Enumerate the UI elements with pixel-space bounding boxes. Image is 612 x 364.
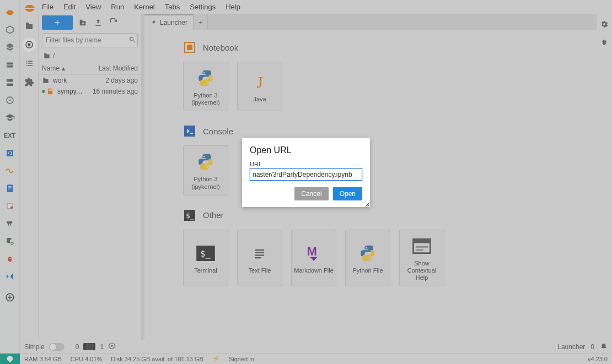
col-name[interactable]: Name▴ bbox=[39, 62, 86, 74]
activity-vscode-icon[interactable] bbox=[2, 269, 18, 284]
launcher-card-terminal[interactable]: $_ Terminal bbox=[183, 230, 228, 287]
svg-rect-20 bbox=[187, 45, 192, 50]
menu-tabs[interactable]: Tabs bbox=[160, 2, 184, 12]
panel-tab-extension-icon[interactable] bbox=[22, 75, 36, 89]
svg-rect-27 bbox=[255, 252, 264, 253]
svg-point-1 bbox=[9, 100, 10, 101]
menu-edit[interactable]: Edit bbox=[59, 2, 80, 12]
main-area: Launcher + Notebook bbox=[144, 14, 597, 340]
filter-files-input[interactable] bbox=[46, 36, 128, 44]
dialog-resize-handle[interactable] bbox=[364, 201, 369, 207]
panel-tab-running-icon[interactable] bbox=[22, 37, 36, 52]
cancel-button[interactable]: Cancel bbox=[294, 187, 328, 200]
activity-elephant-icon[interactable] bbox=[2, 216, 18, 231]
new-launcher-button[interactable]: + bbox=[42, 15, 73, 30]
java-icon: J bbox=[256, 72, 263, 93]
launcher-card-textfile[interactable]: Text File bbox=[237, 230, 282, 287]
upload-icon[interactable] bbox=[93, 17, 104, 28]
launcher-card-python-console[interactable]: Python 3 (ipykernel) bbox=[183, 145, 228, 195]
svg-rect-29 bbox=[255, 257, 261, 258]
svg-rect-16 bbox=[48, 89, 52, 95]
svg-rect-10 bbox=[8, 257, 12, 262]
bell-icon[interactable] bbox=[600, 342, 608, 351]
launch-icon bbox=[150, 19, 157, 26]
menu-kernel[interactable]: Kernel bbox=[130, 2, 159, 12]
refresh-icon[interactable] bbox=[108, 17, 119, 28]
status-disk: Disk 34.25 GB avail. of 101.13 GB bbox=[106, 356, 208, 362]
launcher-card-contexthelp[interactable]: Show Contextual Help bbox=[399, 230, 444, 287]
panel-tab-folder-icon[interactable] bbox=[22, 19, 36, 33]
svg-rect-4 bbox=[8, 188, 12, 188]
add-tab-button[interactable]: + bbox=[194, 14, 208, 30]
activity-logo[interactable] bbox=[2, 4, 18, 20]
activity-db-plus-icon[interactable] bbox=[2, 233, 18, 249]
menu-file[interactable]: File bbox=[37, 2, 58, 12]
activity-target-icon[interactable] bbox=[2, 93, 18, 108]
activity-box-icon[interactable] bbox=[2, 40, 18, 55]
activity-add-icon[interactable] bbox=[2, 290, 18, 305]
svg-rect-17 bbox=[49, 90, 52, 90]
svg-rect-34 bbox=[416, 249, 423, 251]
activity-bug-icon[interactable] bbox=[2, 251, 18, 267]
breadcrumb[interactable]: / bbox=[39, 50, 141, 62]
other-section-icon: $_ bbox=[183, 209, 196, 222]
svg-rect-15 bbox=[28, 44, 30, 46]
svg-rect-32 bbox=[414, 239, 431, 243]
property-gear-icon[interactable] bbox=[600, 20, 609, 30]
menu-view[interactable]: View bbox=[81, 2, 105, 12]
menu-help[interactable]: Help bbox=[221, 2, 245, 12]
launcher-card-python-notebook[interactable]: Python 3 (ipykernel) bbox=[183, 62, 228, 111]
textfile-icon bbox=[252, 243, 267, 264]
list-item[interactable]: work 2 days ago bbox=[39, 75, 141, 86]
status-ram: RAM 3.54 GB bbox=[20, 356, 66, 362]
new-folder-icon[interactable] bbox=[77, 17, 88, 28]
section-title: Notebook bbox=[203, 43, 238, 52]
activity-hat-icon[interactable] bbox=[2, 110, 18, 126]
url-input[interactable] bbox=[250, 169, 362, 181]
activity-wave-icon[interactable] bbox=[2, 163, 18, 178]
svg-point-36 bbox=[111, 345, 113, 347]
activity-server-icon[interactable] bbox=[2, 75, 18, 90]
status-signed-in: Signed in bbox=[224, 356, 259, 362]
col-modified[interactable]: Last Modified bbox=[86, 62, 141, 74]
status-brand-icon[interactable] bbox=[0, 354, 20, 364]
breadcrumb-root: / bbox=[53, 52, 55, 59]
svg-rect-5 bbox=[8, 189, 10, 189]
left-panel-tabs bbox=[20, 14, 39, 340]
activity-doc-icon[interactable] bbox=[2, 181, 18, 196]
search-icon bbox=[128, 36, 136, 45]
dialog-title: Open URL bbox=[250, 145, 362, 155]
simple-toggle[interactable] bbox=[49, 343, 65, 351]
menu-run[interactable]: Run bbox=[106, 2, 128, 12]
debug-icon[interactable] bbox=[600, 38, 609, 48]
python-icon bbox=[358, 243, 377, 264]
jupyter-logo[interactable] bbox=[23, 2, 36, 12]
kernel-count-icon[interactable]: ⬛ bbox=[83, 343, 95, 350]
list-item[interactable]: sympy.ipynb 16 minutes ago bbox=[39, 86, 141, 97]
open-button[interactable]: Open bbox=[333, 187, 362, 200]
launcher-card-pythonfile[interactable]: Python File bbox=[345, 230, 390, 287]
activity-refresh-icon[interactable] bbox=[2, 145, 18, 161]
right-sidebar bbox=[597, 14, 612, 340]
activity-reddot-icon[interactable] bbox=[2, 198, 18, 214]
tab-launcher[interactable]: Launcher bbox=[144, 14, 194, 30]
panel-tab-list-icon[interactable] bbox=[22, 56, 36, 70]
status-launcher-label: Launcher bbox=[557, 343, 585, 351]
svg-text:M: M bbox=[307, 245, 317, 258]
activity-bar: EXT bbox=[0, 0, 20, 353]
activity-cube-icon[interactable] bbox=[2, 22, 18, 37]
console-section-icon bbox=[183, 124, 196, 138]
kernels-status-icon[interactable] bbox=[108, 342, 116, 351]
contexthelp-icon bbox=[412, 236, 431, 257]
launcher-card-java-notebook[interactable]: J Java bbox=[237, 62, 282, 111]
launcher-card-markdown[interactable]: M Markdown File bbox=[291, 230, 336, 287]
file-browser-panel: + / bbox=[39, 14, 141, 340]
svg-rect-2 bbox=[7, 184, 13, 192]
tabcount: 1 bbox=[100, 343, 104, 351]
activity-ext-label[interactable]: EXT bbox=[2, 128, 18, 143]
activity-drive-icon[interactable] bbox=[2, 57, 18, 73]
menu-settings[interactable]: Settings bbox=[185, 2, 220, 12]
svg-rect-33 bbox=[416, 246, 428, 248]
url-field-label: URL bbox=[250, 161, 362, 167]
open-url-dialog: Open URL URL Cancel Open bbox=[242, 138, 370, 207]
